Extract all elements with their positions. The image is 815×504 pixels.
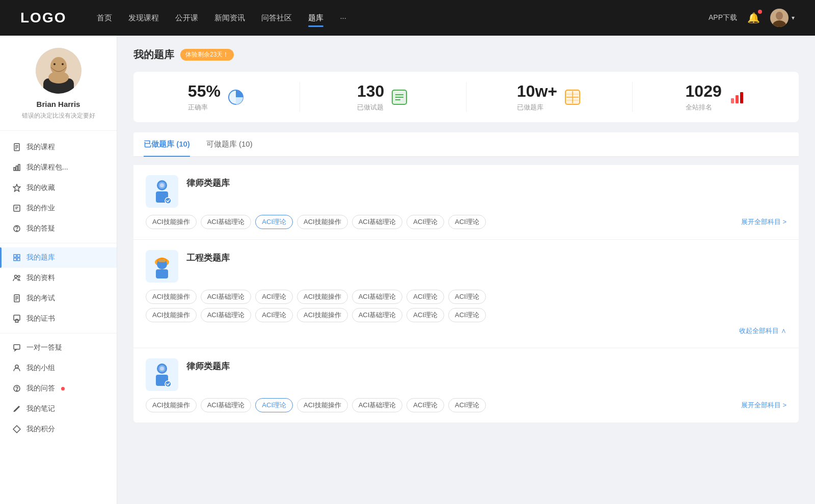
stat-value: 10w+ [517, 82, 557, 101]
menu-label: 我的小组 [26, 363, 55, 373]
svg-point-71 [165, 381, 171, 387]
stat-label: 已做题库 [517, 103, 557, 112]
collapse-link[interactable]: 收起全部科目 ∧ [739, 324, 786, 338]
svg-rect-17 [14, 205, 20, 211]
chat-icon [12, 343, 21, 352]
menu-item-7[interactable]: 我的考试 [0, 288, 117, 309]
svg-marker-41 [13, 426, 20, 433]
menu-item-10[interactable]: 我的小组 [0, 358, 117, 378]
menu-label: 我的答疑 [26, 224, 55, 233]
menu-item-13[interactable]: 我的积分 [0, 419, 117, 439]
svg-rect-54 [731, 98, 734, 103]
expand-link[interactable]: 展开全部科目 > [741, 215, 786, 229]
menu-item-5[interactable]: 我的题库 [0, 247, 117, 268]
qbank-card-header: 律师类题库 [146, 175, 786, 208]
stat-label: 全站排名 [686, 103, 722, 112]
svg-point-6 [48, 71, 69, 83]
tag-6[interactable]: ACI理论 [448, 398, 486, 412]
tag-1[interactable]: ACI基础理论 [201, 290, 252, 304]
nav-menu: 首页发现课程公开课新闻资讯问答社区题库··· [97, 11, 709, 25]
tag-1[interactable]: ACI基础理论 [201, 398, 252, 412]
menu-item-12[interactable]: 我的笔记 [0, 399, 117, 419]
menu-label: 我的笔记 [26, 404, 55, 413]
svg-point-60 [160, 183, 164, 187]
nav-item-新闻资讯[interactable]: 新闻资讯 [214, 11, 245, 25]
tag-3[interactable]: ACI技能操作 [297, 215, 348, 229]
tag-0[interactable]: ACI技能操作 [146, 215, 197, 229]
tag-4[interactable]: ACI基础理论 [352, 290, 403, 304]
tag-6[interactable]: ACI理论 [448, 290, 486, 304]
tag-5[interactable]: ACI理论 [406, 215, 444, 229]
menu-item-3[interactable]: 我的作业 [0, 198, 117, 218]
menu-label: 我的作业 [26, 204, 55, 213]
grid-icon [12, 253, 21, 262]
tab-1[interactable]: 可做题库 (10) [206, 132, 253, 156]
tag-5[interactable]: ACI理论 [406, 290, 444, 304]
tag2-2[interactable]: ACI理论 [255, 308, 293, 322]
menu-item-1[interactable]: 我的课程包... [0, 157, 117, 178]
menu-item-8[interactable]: 我的证书 [0, 309, 117, 329]
tag-2[interactable]: ACI理论 [255, 398, 293, 412]
stat-value: 1029 [686, 82, 722, 101]
tag-2[interactable]: ACI理论 [255, 290, 293, 304]
tab-0[interactable]: 已做题库 (10) [144, 132, 190, 156]
tag2-6[interactable]: ACI理论 [448, 308, 486, 322]
tag-2[interactable]: ACI理论 [255, 215, 293, 229]
menu-item-6[interactable]: 我的资料 [0, 268, 117, 288]
menu-item-9[interactable]: 一对一答疑 [0, 338, 117, 358]
tag2-3[interactable]: ACI技能操作 [297, 308, 348, 322]
tag-3[interactable]: ACI技能操作 [297, 398, 348, 412]
notification-badge [758, 10, 762, 14]
tag-6[interactable]: ACI理论 [448, 215, 486, 229]
menu-item-4[interactable]: 我的答疑 [0, 218, 117, 239]
stat-label: 正确率 [188, 103, 221, 112]
nav-item-公开课[interactable]: 公开课 [175, 11, 198, 25]
tag-4[interactable]: ACI基础理论 [352, 215, 403, 229]
menu-label: 我的积分 [26, 425, 55, 434]
tag2-4[interactable]: ACI基础理论 [352, 308, 403, 322]
svg-point-70 [160, 367, 164, 371]
tag-1[interactable]: ACI基础理论 [201, 215, 252, 229]
nav-item-题库[interactable]: 题库 [308, 11, 323, 25]
qbank-name: 律师类题库 [186, 358, 230, 372]
nav-item-首页[interactable]: 首页 [97, 11, 112, 25]
nav-item-发现课程[interactable]: 发现课程 [128, 11, 159, 25]
svg-rect-13 [14, 167, 15, 171]
tag-3[interactable]: ACI技能操作 [297, 290, 348, 304]
menu-item-11[interactable]: 我的问答 [0, 378, 117, 399]
menu-label: 我的课程包... [26, 163, 68, 172]
user-avatar-menu[interactable]: ▾ [770, 9, 795, 27]
navbar-right: APP下载 🔔 ▾ [709, 9, 795, 27]
tag-5[interactable]: ACI理论 [406, 398, 444, 412]
nav-item-···[interactable]: ··· [340, 11, 346, 25]
svg-point-26 [15, 275, 17, 278]
logo[interactable]: LOGO [20, 10, 66, 26]
tag2-5[interactable]: ACI理论 [406, 308, 444, 322]
stat-item-0: 55% 正确率 [133, 82, 300, 112]
qbank-card-0: 律师类题库 ACI技能操作ACI基础理论ACI理论ACI技能操作ACI基础理论A… [133, 165, 799, 240]
tag-0[interactable]: ACI技能操作 [146, 398, 197, 412]
bar-chart-red-icon [728, 88, 746, 106]
tag-4[interactable]: ACI基础理论 [352, 398, 403, 412]
qbank-card-1: 工程类题库 ACI技能操作ACI基础理论ACI理论ACI技能操作ACI基础理论A… [133, 240, 799, 348]
app-download-link[interactable]: APP下载 [709, 13, 737, 22]
qbank-card-header: 律师类题库 [146, 358, 786, 391]
tag-0[interactable]: ACI技能操作 [146, 290, 197, 304]
tag2-1[interactable]: ACI基础理论 [201, 308, 252, 322]
help-circle-icon [12, 384, 21, 393]
qbank-list: 律师类题库 ACI技能操作ACI基础理论ACI理论ACI技能操作ACI基础理论A… [133, 165, 799, 423]
expand-link[interactable]: 展开全部科目 > [741, 399, 786, 412]
menu-item-0[interactable]: 我的课程 [0, 137, 117, 157]
qbank-name: 工程类题库 [186, 250, 230, 264]
menu-item-2[interactable]: 我的收藏 [0, 178, 117, 198]
svg-point-8 [62, 63, 64, 65]
svg-point-21 [16, 230, 17, 231]
tags-row: ACI技能操作ACI基础理论ACI理论ACI技能操作ACI基础理论ACI理论AC… [146, 215, 786, 229]
notification-bell[interactable]: 🔔 [747, 12, 760, 24]
nav-item-问答社区[interactable]: 问答社区 [261, 11, 292, 25]
svg-rect-24 [14, 258, 16, 261]
tags-row: ACI技能操作ACI基础理论ACI理论ACI技能操作ACI基础理论ACI理论AC… [146, 398, 786, 412]
svg-marker-16 [13, 184, 20, 191]
tag2-0[interactable]: ACI技能操作 [146, 308, 197, 322]
svg-point-27 [18, 275, 20, 277]
